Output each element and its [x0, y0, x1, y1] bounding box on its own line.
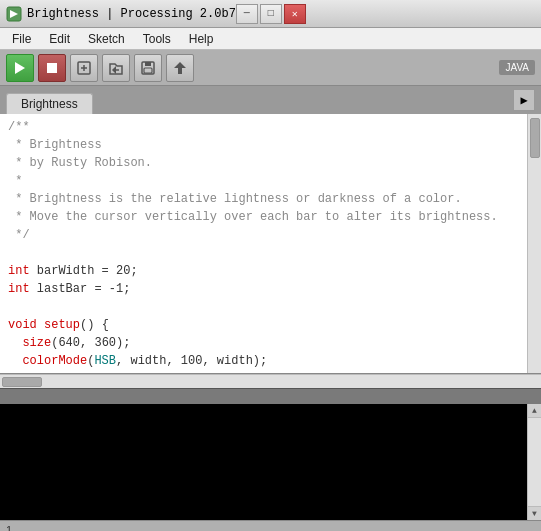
console-separator	[0, 388, 541, 404]
menu-help[interactable]: Help	[181, 30, 222, 48]
tab-arrow[interactable]: ▶	[513, 89, 535, 111]
svg-marker-2	[15, 62, 25, 74]
open-button[interactable]	[102, 54, 130, 82]
tab-brightness[interactable]: Brightness	[6, 93, 93, 114]
scroll-down-button[interactable]: ▼	[528, 506, 541, 520]
title-text: Brightness | Processing 2.0b7	[27, 7, 236, 21]
svg-marker-12	[174, 62, 186, 74]
stop-button[interactable]	[38, 54, 66, 82]
run-button[interactable]	[6, 54, 34, 82]
code-line: * Move the cursor vertically over each b…	[8, 208, 533, 226]
code-line: /**	[8, 118, 533, 136]
scrollbar-thumb[interactable]	[530, 118, 540, 158]
window-controls: ─ □ ✕	[236, 4, 306, 24]
code-editor[interactable]: /** * Brightness * by Rusty Robison. * *…	[0, 114, 541, 373]
editor-container: /** * Brightness * by Rusty Robison. * *…	[0, 114, 541, 374]
scroll-up-button[interactable]: ▲	[528, 404, 541, 418]
toolbar: JAVA	[0, 50, 541, 86]
menu-tools[interactable]: Tools	[135, 30, 179, 48]
svg-marker-8	[112, 66, 116, 74]
code-line: colorMode(HSB, width, 100, width);	[8, 352, 533, 370]
svg-rect-11	[144, 68, 152, 73]
code-line	[8, 298, 533, 316]
java-badge: JAVA	[499, 60, 535, 75]
menu-file[interactable]: File	[4, 30, 39, 48]
code-line	[8, 244, 533, 262]
horizontal-scrollbar[interactable]	[0, 374, 541, 388]
line-number: 1	[6, 524, 12, 532]
output-panel: ▲ ▼	[0, 404, 541, 520]
app-icon	[6, 6, 22, 22]
code-line: *	[8, 172, 533, 190]
title-bar: Brightness | Processing 2.0b7 ─ □ ✕	[0, 0, 541, 28]
export-button[interactable]	[166, 54, 194, 82]
menu-sketch[interactable]: Sketch	[80, 30, 133, 48]
save-button[interactable]	[134, 54, 162, 82]
code-line: * Brightness	[8, 136, 533, 154]
svg-rect-3	[47, 63, 57, 73]
menu-edit[interactable]: Edit	[41, 30, 78, 48]
new-button[interactable]	[70, 54, 98, 82]
close-button[interactable]: ✕	[284, 4, 306, 24]
code-line: int lastBar = -1;	[8, 280, 533, 298]
minimize-button[interactable]: ─	[236, 4, 258, 24]
menu-bar: File Edit Sketch Tools Help	[0, 28, 541, 50]
svg-rect-10	[145, 62, 151, 66]
output-scrollbar[interactable]: ▲ ▼	[527, 404, 541, 520]
h-scrollbar-thumb[interactable]	[2, 377, 42, 387]
code-line: * Brightness is the relative lightness o…	[8, 190, 533, 208]
code-line: */	[8, 226, 533, 244]
code-line: * by Rusty Robison.	[8, 154, 533, 172]
code-line: size(640, 360);	[8, 334, 533, 352]
code-line: void setup() {	[8, 316, 533, 334]
maximize-button[interactable]: □	[260, 4, 282, 24]
status-bar: 1	[0, 520, 541, 531]
tab-area: Brightness ▶	[0, 86, 541, 114]
editor-scrollbar[interactable]	[527, 114, 541, 373]
code-line: int barWidth = 20;	[8, 262, 533, 280]
